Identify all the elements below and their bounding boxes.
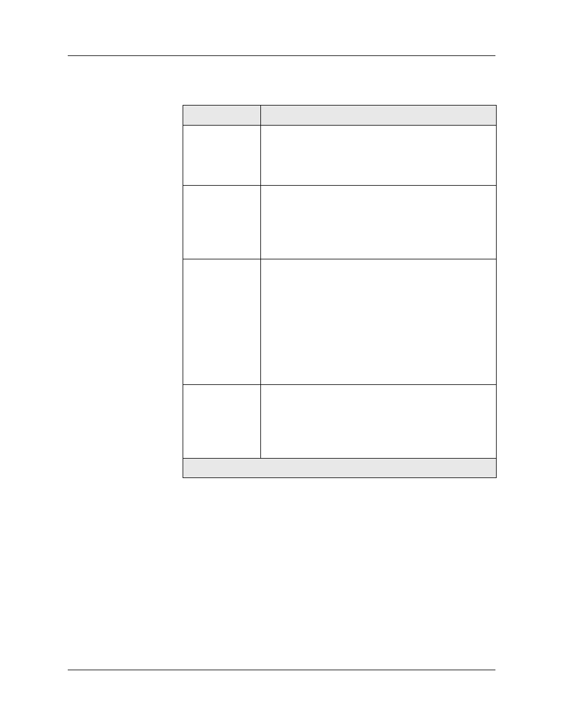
table-row [183, 126, 497, 186]
table-cell [261, 126, 497, 186]
table-header-cell-1 [183, 106, 261, 126]
table-cell [261, 385, 497, 459]
table-cell [183, 126, 261, 186]
table-cell [261, 186, 497, 259]
table-footer-cell [183, 459, 497, 478]
content-table [183, 105, 497, 478]
table-row [183, 385, 497, 459]
bottom-horizontal-rule [68, 670, 495, 670]
table-cell [183, 385, 261, 459]
table-footer-row [183, 459, 497, 478]
table-row [183, 186, 497, 259]
table-cell [183, 259, 261, 385]
table-cell [183, 186, 261, 259]
top-horizontal-rule [68, 55, 495, 56]
table-header-row [183, 106, 497, 126]
table-cell [261, 259, 497, 385]
table-row [183, 259, 497, 385]
table-header-cell-2 [261, 106, 497, 126]
